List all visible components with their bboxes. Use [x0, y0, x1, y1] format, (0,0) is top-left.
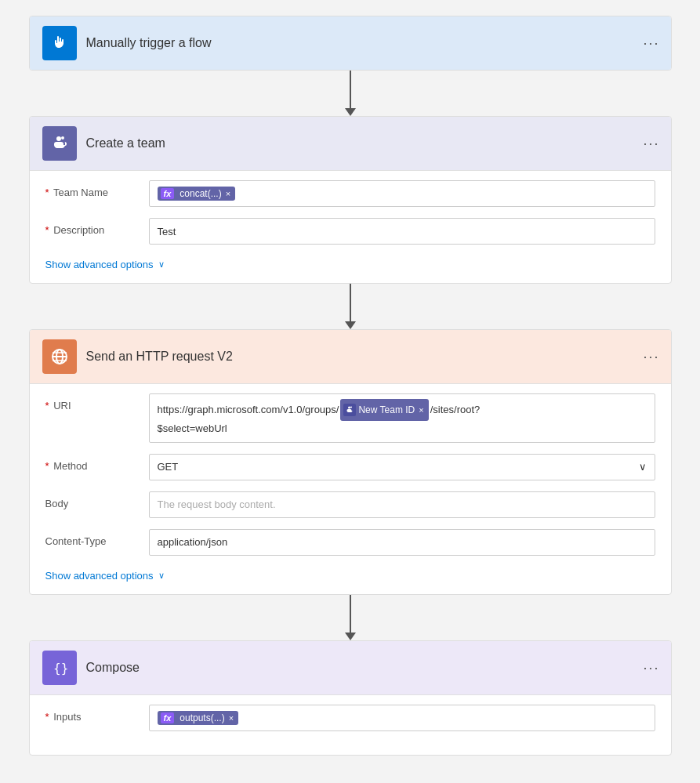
field-row-content-type: Content-Type application/json: [45, 529, 655, 556]
more-button-team[interactable]: ···: [643, 136, 659, 152]
required-star-team-name: *: [45, 187, 49, 198]
fx-icon-concat: fx: [161, 188, 175, 199]
chip-concat: fx concat(...) ×: [158, 187, 236, 201]
required-star-inputs: *: [45, 711, 49, 723]
chip-close-outputs[interactable]: ×: [229, 713, 234, 723]
chip-new-team-id: New Team ID ×: [340, 399, 428, 421]
icon-box-manual: [42, 26, 77, 60]
more-button-manual[interactable]: ···: [643, 35, 659, 52]
arrow-3: [350, 595, 351, 634]
field-row-inputs: * Inputs fx outputs(...) ×: [45, 705, 655, 731]
card-title-http: Send an HTTP request V2: [86, 350, 233, 364]
chip-close-concat[interactable]: ×: [226, 189, 230, 198]
show-advanced-team[interactable]: Show advanced options ∨: [45, 259, 165, 270]
arrow-1: [350, 71, 351, 110]
label-content-type: Content-Type: [45, 529, 140, 547]
compose-icon: {}: [50, 658, 69, 677]
chevron-down-icon-team: ∨: [158, 259, 165, 270]
card-http-request: Send an HTTP request V2 ··· * URI https:…: [29, 329, 672, 595]
field-row-description: * Description Test: [45, 218, 655, 245]
required-star-uri: *: [45, 400, 49, 411]
card-header-manual: Manually trigger a flow ···: [30, 16, 671, 70]
chevron-down-icon-http: ∨: [158, 571, 165, 581]
input-body[interactable]: The request body content.: [149, 491, 655, 518]
required-star-method: *: [45, 460, 49, 472]
arrow-2: [350, 284, 351, 323]
label-body: Body: [45, 491, 140, 509]
card-body-team: * Team Name fx concat(...) × * Descripti…: [30, 170, 671, 283]
field-row-body: Body The request body content.: [45, 491, 655, 518]
token-teams-icon: [343, 404, 356, 416]
flow-canvas: Manually trigger a flow ··· Create a tea…: [16, 16, 684, 756]
input-uri[interactable]: https://graph.microsoft.com/v1.0/groups/…: [149, 393, 655, 443]
card-header-http: Send an HTTP request V2 ···: [30, 330, 671, 383]
chip-outputs: fx outputs(...) ×: [158, 711, 239, 725]
uri-line-2: $select=webUrl: [158, 421, 647, 437]
card-body-compose: * Inputs fx outputs(...) ×: [30, 694, 671, 755]
show-advanced-http[interactable]: Show advanced options ∨: [45, 570, 165, 582]
label-description: * Description: [45, 218, 140, 236]
input-team-name[interactable]: fx concat(...) ×: [149, 180, 655, 207]
card-header-compose: {} Compose ···: [30, 641, 671, 694]
fx-icon-outputs: fx: [161, 712, 175, 723]
teams-icon: [50, 134, 69, 153]
card-title-compose: Compose: [86, 661, 140, 675]
input-inputs[interactable]: fx outputs(...) ×: [149, 705, 655, 731]
input-description[interactable]: Test: [149, 218, 655, 245]
card-title-team: Create a team: [86, 136, 165, 150]
card-header-team: Create a team ···: [30, 117, 671, 170]
more-button-compose[interactable]: ···: [643, 659, 659, 676]
svg-text:{}: {}: [53, 661, 68, 676]
input-content-type[interactable]: application/json: [149, 529, 655, 556]
field-row-uri: * URI https://graph.microsoft.com/v1.0/g…: [45, 393, 655, 443]
card-body-http: * URI https://graph.microsoft.com/v1.0/g…: [30, 383, 671, 594]
select-method[interactable]: GET ∨: [149, 454, 655, 480]
icon-box-compose: {}: [42, 651, 77, 685]
connector-1: [350, 71, 351, 116]
card-title-manual: Manually trigger a flow: [86, 36, 212, 50]
connector-2: [350, 284, 351, 329]
field-row-team-name: * Team Name fx concat(...) ×: [45, 180, 655, 207]
label-inputs: * Inputs: [45, 705, 140, 723]
label-method: * Method: [45, 454, 140, 472]
http-icon: [50, 347, 69, 366]
more-button-http[interactable]: ···: [643, 349, 659, 365]
uri-line-1: https://graph.microsoft.com/v1.0/groups/…: [158, 399, 647, 421]
hand-icon: [50, 34, 69, 53]
card-compose: {} Compose ··· * Inputs fx outputs(...) …: [29, 640, 672, 756]
field-row-method: * Method GET ∨: [45, 454, 655, 480]
icon-box-team: [42, 126, 77, 161]
card-create-team: Create a team ··· * Team Name fx concat(…: [29, 116, 672, 284]
label-uri: * URI: [45, 393, 140, 411]
chip-close-team-id[interactable]: ×: [419, 401, 423, 419]
card-manual-trigger: Manually trigger a flow ···: [29, 16, 672, 71]
label-team-name: * Team Name: [45, 180, 140, 198]
chevron-down-icon-method: ∨: [639, 461, 647, 473]
required-star-description: *: [45, 224, 49, 236]
icon-box-http: [42, 339, 77, 374]
connector-3: [350, 595, 351, 640]
